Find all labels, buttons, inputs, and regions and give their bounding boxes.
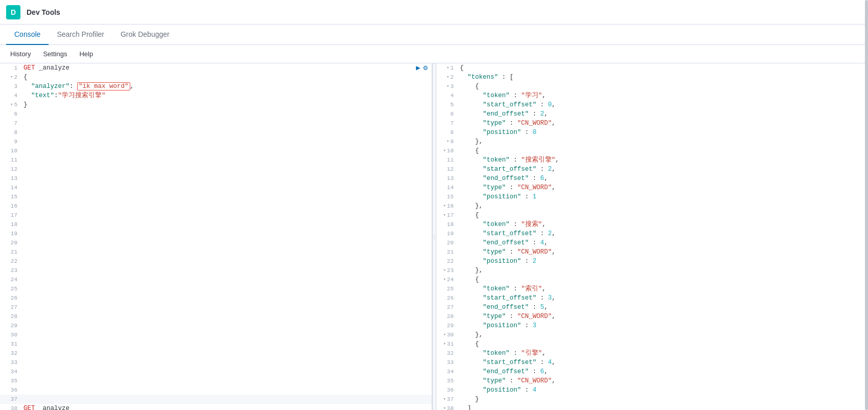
settings-button[interactable]: Settings bbox=[39, 48, 71, 60]
secondary-bar: History Settings Help bbox=[0, 45, 868, 63]
code-content: { bbox=[21, 73, 432, 82]
tab-search-profiler[interactable]: Search Profiler bbox=[49, 25, 112, 45]
fold-icon[interactable]: ▾ bbox=[443, 201, 445, 211]
line-number: 33 bbox=[0, 358, 21, 367]
code-content: "token" : "引擎", bbox=[458, 349, 868, 358]
table-row: 30 bbox=[0, 330, 432, 339]
code-content: "token" : "索引", bbox=[458, 284, 868, 293]
code-content: "text":"学习搜索引擎" bbox=[21, 91, 432, 100]
fold-icon[interactable]: ▾ bbox=[447, 82, 449, 91]
code-content: { bbox=[458, 82, 868, 91]
line-number: 18 bbox=[436, 220, 458, 229]
line-number: 1 bbox=[0, 63, 21, 73]
code-content: "end_offset" : 2, bbox=[458, 109, 868, 119]
code-content: "start_offset" : 2, bbox=[458, 165, 868, 174]
fold-icon[interactable]: ▾ bbox=[443, 404, 445, 410]
table-row: 15 "position" : 1 bbox=[436, 192, 868, 201]
line-number: 26 bbox=[0, 293, 21, 303]
line-number: 38 bbox=[0, 404, 21, 410]
line-number: 34 bbox=[436, 367, 458, 376]
table-row: 8 "position" : 0 bbox=[436, 128, 868, 137]
fold-icon[interactable]: ▾ bbox=[443, 330, 445, 339]
table-row: 14 bbox=[0, 183, 432, 192]
line-number: ▾10 bbox=[436, 146, 458, 155]
table-row: 34 "end_offset" : 6, bbox=[436, 367, 868, 376]
line-number: 4 bbox=[436, 91, 458, 100]
code-content: "type" : "CN_WORD", bbox=[458, 119, 868, 128]
code-content: "position" : 4 bbox=[458, 385, 868, 395]
table-row: 24 bbox=[0, 275, 432, 284]
line-number: 21 bbox=[0, 247, 21, 257]
table-row: 36 "position" : 4 bbox=[436, 385, 868, 395]
table-row: 37 bbox=[0, 395, 432, 404]
fold-icon[interactable]: ▾ bbox=[447, 73, 449, 82]
fold-icon[interactable]: ▾ bbox=[447, 63, 449, 73]
table-row: 19 "start_offset" : 2, bbox=[436, 229, 868, 238]
code-content: { bbox=[458, 339, 868, 349]
code-content: }, bbox=[458, 266, 868, 275]
table-row: ▾2{ bbox=[0, 73, 432, 82]
fold-icon[interactable]: ▾ bbox=[443, 395, 445, 404]
scrollbar[interactable] bbox=[865, 63, 868, 410]
table-row: 36 bbox=[0, 385, 432, 395]
pane-divider[interactable]: ⋮ bbox=[432, 63, 436, 410]
line-number: 34 bbox=[0, 367, 21, 376]
line-number: ▾38 bbox=[436, 404, 458, 410]
code-content: "position" : 3 bbox=[458, 321, 868, 330]
table-row: 12 "start_offset" : 2, bbox=[436, 165, 868, 174]
fold-icon[interactable]: ▾ bbox=[443, 275, 445, 284]
left-editor[interactable]: 1GET _analyze▶⚙▾2{3 "analyzer": "ik max … bbox=[0, 63, 432, 410]
fold-icon[interactable]: ▾ bbox=[443, 339, 445, 349]
line-number: 18 bbox=[0, 220, 21, 229]
code-content: "position" : 0 bbox=[458, 128, 868, 137]
tab-console[interactable]: Console bbox=[6, 25, 49, 45]
tab-grok-debugger[interactable]: Grok Debugger bbox=[112, 25, 178, 45]
fold-icon[interactable]: ▾ bbox=[443, 266, 445, 275]
top-bar: D Dev Tools bbox=[0, 0, 868, 25]
table-row: ▾30 }, bbox=[436, 330, 868, 339]
table-row: 1GET _analyze▶⚙ bbox=[0, 63, 432, 73]
code-content: "start_offset" : 4, bbox=[458, 358, 868, 367]
line-number: ▾23 bbox=[436, 266, 458, 275]
help-button[interactable]: Help bbox=[75, 48, 97, 60]
history-button[interactable]: History bbox=[6, 48, 35, 60]
table-row: 29 "position" : 3 bbox=[436, 321, 868, 330]
line-number: 20 bbox=[0, 238, 21, 247]
line-number: 35 bbox=[436, 376, 458, 385]
right-pane: ▾1{▾2 "tokens" : [▾3 {4 "token" : "学习",5… bbox=[436, 63, 868, 410]
line-number: 35 bbox=[0, 376, 21, 385]
line-number: ▾17 bbox=[436, 211, 458, 220]
code-content: "type" : "CN_WORD", bbox=[458, 183, 868, 192]
line-number: 7 bbox=[436, 119, 458, 128]
fold-icon[interactable]: ▾ bbox=[10, 73, 13, 82]
code-content: GET _analyze▶⚙ bbox=[21, 63, 432, 73]
line-number: 29 bbox=[0, 321, 21, 330]
run-button[interactable]: ▶ bbox=[416, 63, 420, 73]
line-number: 24 bbox=[0, 275, 21, 284]
line-number: ▾37 bbox=[436, 395, 458, 404]
table-row: 11 bbox=[0, 155, 432, 165]
code-content: } bbox=[458, 395, 868, 404]
line-number: 11 bbox=[0, 155, 21, 165]
code-content: "end_offset" : 6, bbox=[458, 174, 868, 183]
code-content: "type" : "CN_WORD", bbox=[458, 247, 868, 257]
line-number: 29 bbox=[436, 321, 458, 330]
line-number: 11 bbox=[436, 155, 458, 165]
line-number: 23 bbox=[0, 266, 21, 275]
line-number: 6 bbox=[436, 109, 458, 119]
table-row: 28 "type" : "CN_WORD", bbox=[436, 312, 868, 321]
line-actions: ▶⚙ bbox=[416, 63, 432, 73]
table-row: 18 bbox=[0, 220, 432, 229]
fold-icon[interactable]: ▾ bbox=[443, 146, 445, 155]
line-number: 28 bbox=[0, 312, 21, 321]
line-number: 14 bbox=[436, 183, 458, 192]
wrench-button[interactable]: ⚙ bbox=[424, 63, 428, 73]
right-editor[interactable]: ▾1{▾2 "tokens" : [▾3 {4 "token" : "学习",5… bbox=[436, 63, 868, 410]
url: _analyze bbox=[39, 64, 69, 72]
fold-icon[interactable]: ▾ bbox=[447, 137, 449, 146]
fold-icon[interactable]: ▾ bbox=[443, 211, 445, 220]
code-content: "token" : "学习", bbox=[458, 91, 868, 100]
line-number: 15 bbox=[436, 192, 458, 201]
table-row: 6 bbox=[0, 109, 432, 119]
fold-icon[interactable]: ▾ bbox=[10, 100, 13, 109]
